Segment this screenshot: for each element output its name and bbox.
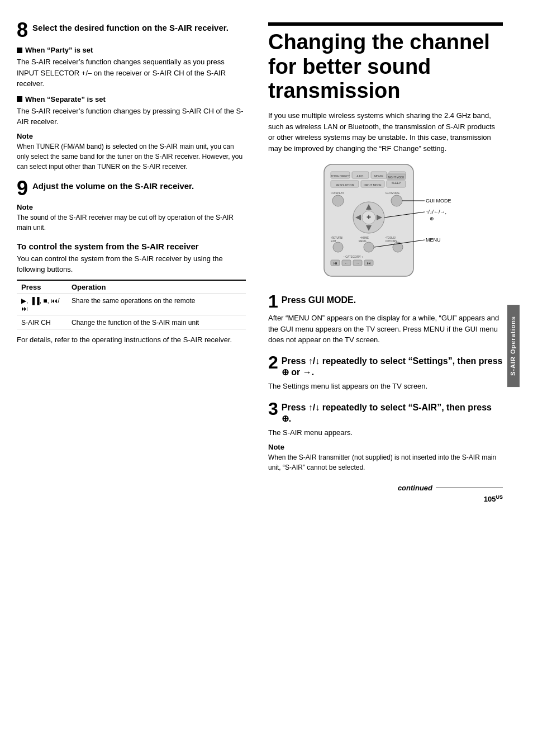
black-square-separate bbox=[17, 96, 22, 102]
svg-text:+: + bbox=[367, 212, 371, 221]
separate-heading: When “Separate” is set bbox=[17, 95, 246, 103]
right-step-1-header: 1 Press GUI MODE. bbox=[268, 292, 503, 310]
svg-text:EXIT: EXIT bbox=[331, 240, 336, 243]
step8-note-label: Note bbox=[17, 132, 246, 140]
continued-line bbox=[436, 488, 503, 488]
gui-mode-label: GUI MODE bbox=[426, 198, 451, 204]
svg-point-20 bbox=[391, 195, 402, 206]
svg-text:⏭: ⏭ bbox=[367, 261, 371, 265]
svg-text:•TOOLS/: •TOOLS/ bbox=[386, 237, 396, 239]
control-body: You can control the system from the S-AI… bbox=[17, 253, 246, 275]
right-step-1: 1 Press GUI MODE. After “MENU ON” appear… bbox=[268, 292, 503, 346]
right-step-3-header: 3 Press ↑/↓ repeatedly to select “S-AIR”… bbox=[268, 400, 503, 426]
step-9-header: 9 Adjust the volume on the S-AIR receive… bbox=[17, 181, 246, 199]
svg-text:RESOLUTION: RESOLUTION bbox=[336, 183, 354, 187]
control-footer: For details, refer to the operating inst… bbox=[17, 334, 246, 346]
step-9-title: Adjust the volume on the S-AIR receiver. bbox=[17, 181, 246, 192]
table-cell-operation: Change the function of the S-AIR main un… bbox=[67, 315, 246, 329]
right-title: Changing the channel for better sound tr… bbox=[268, 22, 503, 103]
svg-text:2CH/A.DIRECT: 2CH/A.DIRECT bbox=[331, 174, 350, 178]
right-step-3-number: 3 bbox=[268, 400, 278, 418]
right-step-3: 3 Press ↑/↓ repeatedly to select “S-AIR”… bbox=[268, 400, 503, 472]
right-step-1-title: Press GUI MODE. bbox=[282, 292, 356, 306]
remote-diagram: 2CH/A.DIRECT A.F.D. MOVIE MUSIC RESOLUTI… bbox=[268, 162, 503, 285]
svg-text:→: → bbox=[356, 261, 360, 265]
svg-text:•HOME: •HOME bbox=[360, 237, 369, 239]
step3-note-label: Note bbox=[268, 443, 503, 451]
black-square-party bbox=[17, 48, 22, 53]
svg-text:MENU↓: MENU↓ bbox=[359, 240, 368, 243]
table-row: S-AIR CHChange the function of the S-AIR… bbox=[17, 315, 246, 329]
step9-note-text: The sound of the S-AIR receiver may be c… bbox=[17, 212, 246, 233]
control-heading: To control the system from the S-AIR rec… bbox=[17, 242, 246, 251]
step-9-content: Note The sound of the S-AIR receiver may… bbox=[17, 203, 246, 233]
right-step-2-header: 2 Press ↑/↓ repeatedly to select “Settin… bbox=[268, 353, 503, 379]
step-8: 8 Select the desired function on the S-A… bbox=[17, 22, 246, 172]
svg-text:↑/↓/←/→,: ↑/↓/←/→, bbox=[426, 209, 446, 215]
svg-point-18 bbox=[332, 195, 344, 206]
svg-text:MOVIE: MOVIE bbox=[374, 174, 384, 178]
svg-text:A.F.D.: A.F.D. bbox=[356, 174, 364, 178]
svg-text:←: ← bbox=[345, 261, 349, 265]
control-section: To control the system from the S-AIR rec… bbox=[17, 242, 246, 346]
separate-text: The S-AIR receiver’s function changes by… bbox=[17, 106, 246, 127]
svg-text:SLEEP: SLEEP bbox=[392, 181, 401, 185]
svg-text:OPTIONS: OPTIONS bbox=[386, 240, 397, 243]
table-row: ▶, ▐▐, ■, ⏮/⏭Share the same operations o… bbox=[17, 294, 246, 315]
svg-text:INPUT MODE: INPUT MODE bbox=[364, 183, 382, 187]
right-step-1-body: After “MENU ON” appears on the display f… bbox=[268, 313, 503, 346]
step-8-number: 8 bbox=[17, 22, 28, 40]
remote-svg: 2CH/A.DIRECT A.F.D. MOVIE MUSIC RESOLUTI… bbox=[307, 162, 464, 285]
table-header-operation: Operation bbox=[67, 280, 246, 294]
svg-text:⏮: ⏮ bbox=[334, 261, 337, 265]
step9-note-label: Note bbox=[17, 203, 246, 211]
table-cell-operation: Share the same operations on the remote bbox=[67, 294, 246, 315]
right-column: Changing the channel for better sound tr… bbox=[257, 11, 520, 745]
svg-point-30 bbox=[333, 242, 343, 252]
right-step-2: 2 Press ↑/↓ repeatedly to select “Settin… bbox=[268, 353, 503, 392]
right-step-3-body: The S-AIR menu appears. bbox=[268, 427, 503, 438]
right-intro: If you use multiple wireless systems whi… bbox=[268, 110, 503, 154]
continued-footer: continued bbox=[268, 484, 503, 492]
page: 8 Select the desired function on the S-A… bbox=[0, 0, 533, 756]
right-step-1-number: 1 bbox=[268, 292, 278, 310]
right-step-2-body: The Settings menu list appears on the TV… bbox=[268, 381, 503, 392]
side-tab: S-AIR Operations bbox=[507, 305, 520, 387]
step-9-number: 9 bbox=[17, 181, 28, 199]
table-header-press: Press bbox=[17, 280, 67, 294]
svg-text:NIGHT MODE: NIGHT MODE bbox=[388, 176, 404, 179]
right-step-2-number: 2 bbox=[268, 353, 278, 371]
svg-text:– CATEGORY +: – CATEGORY + bbox=[343, 255, 363, 258]
control-table: Press Operation ▶, ▐▐, ■, ⏮/⏭Share the s… bbox=[17, 280, 246, 330]
party-text: The S-AIR receiver’s function changes se… bbox=[17, 56, 246, 89]
page-number: 105US bbox=[484, 495, 503, 503]
step-8-header: 8 Select the desired function on the S-A… bbox=[17, 22, 246, 40]
step-8-content: When “Party” is set The S-AIR receiver’s… bbox=[17, 46, 246, 172]
party-heading: When “Party” is set bbox=[17, 46, 246, 54]
right-step-3-title: Press ↑/↓ repeatedly to select “S-AIR”, … bbox=[282, 400, 503, 426]
svg-text:⊕: ⊕ bbox=[430, 216, 434, 221]
svg-point-33 bbox=[364, 242, 374, 252]
step-9: 9 Adjust the volume on the S-AIR receive… bbox=[17, 181, 246, 233]
step-8-title: Select the desired function on the S-AIR… bbox=[17, 22, 246, 34]
continued-text: continued bbox=[398, 484, 432, 492]
step8-note-text: When TUNER (FM/AM band) is selected on t… bbox=[17, 141, 246, 172]
page-number-area: 105US bbox=[268, 494, 503, 503]
table-cell-press: ▶, ▐▐, ■, ⏮/⏭ bbox=[17, 294, 67, 315]
table-cell-press: S-AIR CH bbox=[17, 315, 67, 329]
right-step-2-title: Press ↑/↓ repeatedly to select “Settings… bbox=[282, 353, 503, 379]
svg-text:MENU: MENU bbox=[426, 237, 441, 243]
svg-text:• DISPLAY: • DISPLAY bbox=[331, 191, 345, 195]
step3-note-text: When the S-AIR transmitter (not supplied… bbox=[268, 452, 503, 472]
left-column: 8 Select the desired function on the S-A… bbox=[0, 11, 257, 745]
svg-text:•RETURN/: •RETURN/ bbox=[331, 237, 343, 239]
svg-text:GUI MODE: GUI MODE bbox=[386, 191, 400, 195]
